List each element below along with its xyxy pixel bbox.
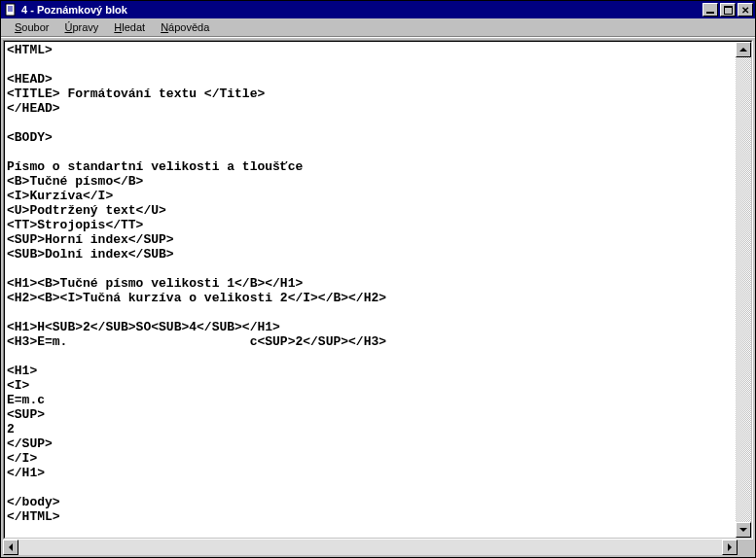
- close-icon: ✕: [741, 6, 749, 15]
- arrow-left-icon: [9, 543, 13, 551]
- text-editor[interactable]: <HTML> <HEAD> <TITLE> Formátování textu …: [5, 42, 736, 538]
- notepad-window: 4 - Poznámkový blok ✕ Soubor Úpravy Hled…: [0, 0, 756, 558]
- menu-file[interactable]: Soubor: [7, 19, 56, 35]
- scroll-left-button[interactable]: [3, 540, 18, 555]
- minimize-button[interactable]: [702, 3, 718, 17]
- arrow-right-icon: [728, 543, 732, 551]
- minimize-icon: [706, 12, 714, 14]
- maximize-icon: [724, 6, 733, 15]
- scroll-corner: [738, 540, 753, 555]
- arrow-down-icon: [739, 528, 747, 532]
- titlebar[interactable]: 4 - Poznámkový blok ✕: [1, 1, 755, 18]
- menu-edit-label: pravy: [72, 21, 98, 33]
- client-area: <HTML> <HEAD> <TITLE> Formátování textu …: [1, 37, 755, 557]
- hscroll-track[interactable]: [18, 540, 722, 555]
- menu-help[interactable]: Nápověda: [153, 19, 217, 35]
- scroll-up-button[interactable]: [736, 42, 751, 57]
- menu-file-label: oubor: [21, 21, 49, 33]
- app-icon: [3, 2, 18, 17]
- menubar: Soubor Úpravy Hledat Nápověda: [1, 18, 755, 37]
- scroll-right-button[interactable]: [722, 540, 738, 555]
- scroll-down-button[interactable]: [736, 522, 751, 538]
- close-button[interactable]: ✕: [738, 3, 753, 17]
- vertical-scrollbar[interactable]: [736, 42, 751, 538]
- editor-frame: <HTML> <HEAD> <TITLE> Formátování textu …: [3, 40, 753, 540]
- menu-search[interactable]: Hledat: [106, 19, 153, 35]
- vscroll-track[interactable]: [736, 57, 751, 522]
- menu-help-label: ápověda: [168, 21, 209, 33]
- horizontal-scrollbar[interactable]: [3, 540, 738, 555]
- maximize-button[interactable]: [720, 3, 736, 17]
- window-controls: ✕: [701, 3, 753, 17]
- menu-edit[interactable]: Úpravy: [56, 19, 106, 35]
- window-title: 4 - Poznámkový blok: [21, 4, 701, 16]
- svg-rect-0: [6, 4, 15, 16]
- arrow-up-icon: [739, 48, 747, 52]
- menu-search-label: ledat: [122, 21, 145, 33]
- editor-inner: <HTML> <HEAD> <TITLE> Formátování textu …: [4, 41, 752, 539]
